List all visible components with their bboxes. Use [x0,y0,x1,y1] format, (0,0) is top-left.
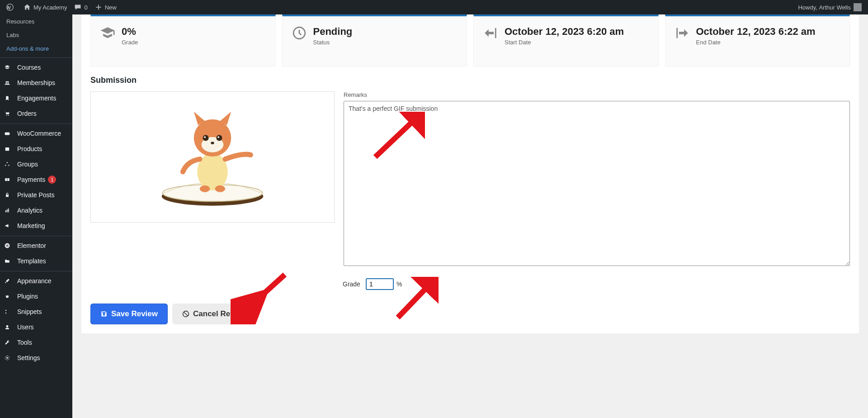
stat-end-value: October 12, 2023 6:22 am [696,25,816,38]
svg-point-24 [6,325,9,328]
wordpress-icon [6,4,14,11]
sidebar-item-products[interactable]: Products [0,141,72,157]
grade-input[interactable] [366,278,394,290]
sidebar-item-tools[interactable]: Tools [0,335,72,350]
admin-sidebar: ResourcesLabsAdd-ons & moreCoursesMember… [0,14,72,418]
end-date-icon [675,25,690,41]
wrench-icon [5,339,14,346]
svg-line-41 [375,116,418,157]
sidebar-item-engagements[interactable]: Engagements [0,90,72,106]
badge-icon [5,95,14,102]
stat-grade: 0% Grade [90,14,276,66]
svg-point-22 [5,310,6,311]
sidebar-item-analytics[interactable]: Analytics [0,203,72,218]
grade-icon [100,25,115,41]
stat-start-value: October 12, 2023 6:20 am [505,25,624,38]
account-link[interactable]: Howdy, Arthur Wells [794,0,865,14]
sidebar-item-appearance[interactable]: Appearance [0,273,72,289]
stats-row: 0% Grade Pending Status October 12, [90,14,850,66]
sidebar-item-payments[interactable]: $Payments1 [0,172,72,187]
submission-image [154,100,271,214]
comments-link[interactable]: 0 [71,0,91,14]
sidebar-item-plugins[interactable]: Plugins [0,289,72,304]
save-review-button[interactable]: Save Review [90,304,168,324]
svg-rect-21 [7,246,8,247]
svg-rect-7 [5,147,9,151]
annotation-arrow-grade [393,277,439,322]
stat-start-label: Start Date [505,39,624,46]
sidebar-item-snippets[interactable]: Snippets [0,304,72,319]
box-icon [5,145,14,152]
stat-status: Pending Status [282,14,467,66]
scissors-icon [5,308,14,315]
user-icon [5,323,14,331]
avatar [854,3,862,11]
sidebar-item-label: Settings [17,354,40,361]
sidebar-item-elementor[interactable]: Elementor [0,238,72,253]
svg-point-1 [5,81,7,83]
sidebar-item-settings[interactable]: Settings [0,350,72,366]
svg-point-25 [6,357,8,359]
sidebar-item-groups[interactable]: Groups [0,157,72,172]
sidebar-item-memberships[interactable]: Memberships [0,75,72,90]
stat-status-label: Status [313,39,353,46]
howdy-prefix: Howdy, [798,4,817,11]
home-icon [24,4,31,11]
svg-point-3 [6,96,9,99]
status-icon [292,25,307,41]
submission-title: Submission [90,76,850,85]
sidebar-item-label: Add-ons & more [6,45,49,52]
chart-icon [5,207,14,214]
svg-line-40 [184,312,188,316]
sidebar-sub-resources[interactable]: Resources [0,14,72,28]
sidebar-item-courses[interactable]: Courses [0,60,72,75]
save-review-label: Save Review [111,309,158,318]
sidebar-item-label: Labs [6,32,19,38]
sidebar-item-label: Snippets [17,308,42,315]
svg-rect-20 [7,245,8,246]
sidebar-badge: 1 [48,176,56,184]
svg-point-32 [203,135,208,141]
svg-rect-13 [6,195,9,197]
sidebar-item-users[interactable]: Users [0,319,72,335]
svg-point-37 [200,185,210,192]
svg-line-42 [398,282,432,318]
comment-icon [74,4,81,11]
sidebar-item-label: Users [17,323,34,331]
stat-grade-label: Grade [122,39,138,46]
sidebar-sub-labs[interactable]: Labs [0,28,72,42]
comments-count: 0 [84,4,87,11]
cart-icon [5,110,14,117]
stat-grade-value: 0% [122,25,138,38]
new-content-link[interactable]: New [91,0,120,14]
sidebar-item-label: Analytics [17,207,42,214]
svg-rect-16 [8,209,9,212]
sidebar-sub-add-ons-more[interactable]: Add-ons & more [0,42,72,55]
lock-icon [5,191,14,199]
sidebar-item-woocommerce[interactable]: WooCommerce [0,126,72,141]
annotation-arrow-save [231,270,289,324]
sidebar-item-marketing[interactable]: Marketing [0,218,72,233]
money-icon: $ [5,176,14,183]
elementor-icon [5,242,14,249]
svg-point-35 [217,136,219,138]
sidebar-item-label: Appearance [17,277,52,285]
sidebar-item-label: Orders [17,110,37,117]
sidebar-item-label: Groups [17,161,38,168]
sidebar-item-templates[interactable]: Templates [0,253,72,269]
content-area: 0% Grade Pending Status October 12, [72,14,868,418]
site-name-label: My Academy [33,4,67,11]
site-name-link[interactable]: My Academy [20,0,71,14]
svg-point-33 [216,135,222,141]
courses-icon [5,64,14,71]
sidebar-item-label: Tools [17,339,32,346]
submission-preview [90,91,335,223]
sidebar-item-private-posts[interactable]: Private Posts [0,187,72,203]
wp-logo[interactable] [3,0,20,14]
sidebar-item-orders[interactable]: Orders [0,106,72,121]
remarks-label: Remarks [344,91,850,98]
user-display-name: Arthur Wells [819,4,851,11]
sidebar-item-label: Plugins [17,293,38,300]
megaphone-icon [5,222,14,229]
cancel-icon [182,310,189,318]
